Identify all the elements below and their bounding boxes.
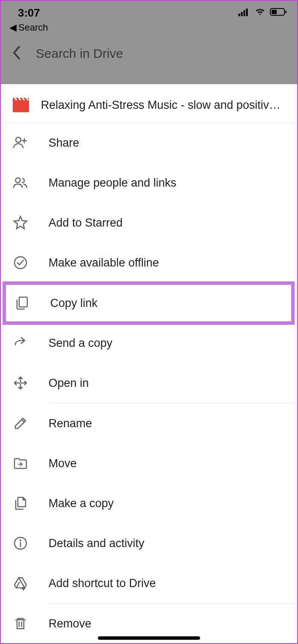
- menu-send-copy[interactable]: Send a copy: [3, 323, 295, 363]
- svg-point-8: [16, 137, 21, 142]
- menu-make-copy[interactable]: Make a copy: [3, 483, 295, 523]
- menu-share-label: Share: [49, 136, 79, 150]
- menu-offline-label: Make available offline: [49, 256, 159, 270]
- menu-openin-label: Open in: [49, 377, 89, 390]
- copy-link-icon: [14, 295, 30, 311]
- menu-move-label: Move: [49, 457, 77, 470]
- copy-icon: [13, 496, 28, 511]
- file-title: Relaxing Anti-Stress Music - slow and po…: [41, 99, 285, 112]
- video-file-icon: [13, 98, 29, 112]
- home-indicator[interactable]: [98, 636, 200, 640]
- svg-point-13: [20, 540, 21, 541]
- menu-add-shortcut[interactable]: Add shortcut to Drive: [3, 563, 295, 603]
- menu-share[interactable]: Share: [3, 123, 295, 163]
- menu-manage-people[interactable]: Manage people and links: [3, 163, 295, 203]
- menu-move[interactable]: Move: [3, 443, 295, 483]
- open-in-icon: [13, 375, 28, 391]
- menu-star[interactable]: Add to Starred: [3, 203, 295, 243]
- person-add-icon: [13, 135, 28, 150]
- menu-details[interactable]: Details and activity: [3, 523, 295, 563]
- menu-offline[interactable]: Make available offline: [3, 243, 295, 283]
- folder-move-icon: [13, 456, 28, 471]
- menu-open-in[interactable]: Open in: [3, 363, 295, 403]
- menu-copy-link[interactable]: Copy link: [4, 283, 293, 323]
- drive-shortcut-icon: [13, 576, 28, 591]
- menu-star-label: Add to Starred: [49, 216, 123, 230]
- menu-remove-label: Remove: [49, 617, 92, 630]
- svg-point-10: [14, 257, 26, 269]
- menu-makecopy-label: Make a copy: [49, 497, 114, 510]
- svg-rect-11: [19, 297, 27, 307]
- action-sheet: Relaxing Anti-Stress Music - slow and po…: [3, 84, 295, 643]
- menu-manage-label: Manage people and links: [49, 176, 176, 190]
- menu-details-label: Details and activity: [49, 537, 144, 550]
- file-header: Relaxing Anti-Stress Music - slow and po…: [3, 91, 295, 123]
- arrow-forward-icon: [13, 335, 28, 351]
- modal-backdrop[interactable]: [1, 1, 297, 84]
- menu-rename-label: Rename: [49, 417, 92, 430]
- menu-sendcopy-label: Send a copy: [49, 337, 112, 350]
- people-icon: [13, 175, 28, 190]
- trash-icon: [13, 616, 28, 631]
- svg-point-9: [16, 178, 20, 183]
- info-icon: [13, 536, 28, 551]
- star-icon: [13, 215, 28, 230]
- pencil-icon: [13, 416, 28, 431]
- menu-shortcut-label: Add shortcut to Drive: [49, 577, 156, 590]
- menu-rename[interactable]: Rename: [3, 403, 295, 443]
- offline-check-icon: [13, 255, 28, 270]
- menu-copylink-label: Copy link: [50, 297, 97, 310]
- menu-list: Share Manage people and links Add to Sta…: [3, 123, 295, 644]
